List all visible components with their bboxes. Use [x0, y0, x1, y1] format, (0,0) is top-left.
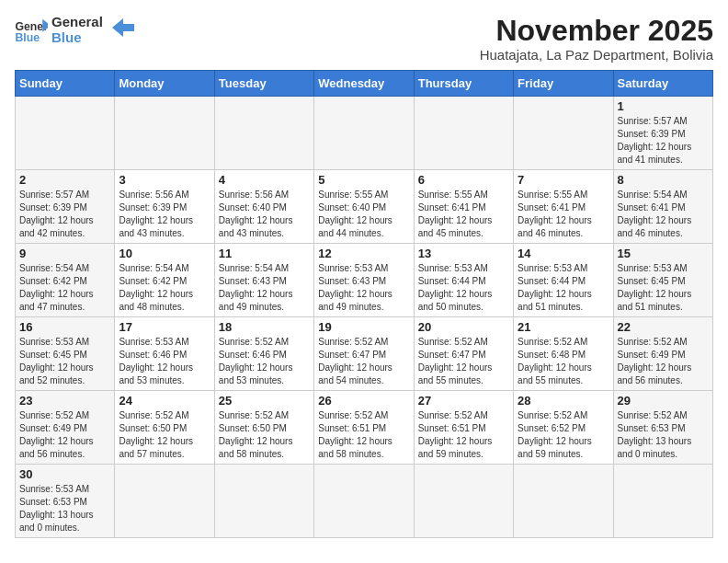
day-number: 6 [418, 173, 509, 187]
day-info: Sunrise: 5:54 AM Sunset: 6:41 PM Dayligh… [618, 189, 709, 240]
calendar-cell: 11Sunrise: 5:54 AM Sunset: 6:43 PM Dayli… [214, 244, 313, 317]
calendar-cell: 19Sunrise: 5:52 AM Sunset: 6:47 PM Dayli… [314, 317, 414, 391]
calendar-week-row: 2Sunrise: 5:57 AM Sunset: 6:39 PM Daylig… [16, 170, 713, 244]
day-number: 29 [618, 394, 709, 408]
calendar-cell: 21Sunrise: 5:52 AM Sunset: 6:48 PM Dayli… [514, 317, 613, 391]
calendar-cell: 23Sunrise: 5:52 AM Sunset: 6:49 PM Dayli… [16, 391, 115, 465]
day-number: 17 [119, 320, 210, 334]
title-area: November 2025 Huatajata, La Paz Departme… [480, 15, 713, 63]
logo: General Blue General Blue [15, 15, 134, 45]
calendar-cell [16, 97, 115, 170]
calendar-cell [115, 465, 214, 538]
calendar-cell [414, 465, 513, 538]
calendar-cell: 7Sunrise: 5:55 AM Sunset: 6:41 PM Daylig… [514, 170, 613, 244]
day-info: Sunrise: 5:53 AM Sunset: 6:44 PM Dayligh… [518, 262, 609, 314]
calendar-table: SundayMondayTuesdayWednesdayThursdayFrid… [15, 70, 713, 538]
calendar-cell: 3Sunrise: 5:56 AM Sunset: 6:39 PM Daylig… [115, 170, 214, 244]
logo-blue-text: Blue [51, 30, 103, 46]
calendar-cell: 26Sunrise: 5:52 AM Sunset: 6:51 PM Dayli… [314, 391, 414, 465]
calendar-cell: 17Sunrise: 5:53 AM Sunset: 6:46 PM Dayli… [115, 317, 214, 391]
day-number: 16 [19, 320, 110, 334]
calendar-cell [115, 97, 214, 170]
day-number: 23 [19, 394, 110, 408]
calendar-cell: 13Sunrise: 5:53 AM Sunset: 6:44 PM Dayli… [414, 244, 513, 317]
header: General Blue General Blue November 2025 … [15, 15, 713, 63]
calendar-cell: 2Sunrise: 5:57 AM Sunset: 6:39 PM Daylig… [16, 170, 115, 244]
day-number: 21 [518, 320, 609, 334]
day-number: 11 [219, 247, 310, 260]
calendar-cell [613, 465, 712, 538]
calendar-week-row: 23Sunrise: 5:52 AM Sunset: 6:49 PM Dayli… [16, 391, 713, 465]
weekday-header-thursday: Thursday [414, 71, 513, 97]
calendar-cell: 15Sunrise: 5:53 AM Sunset: 6:45 PM Dayli… [613, 244, 712, 317]
day-info: Sunrise: 5:52 AM Sunset: 6:51 PM Dayligh… [418, 409, 509, 461]
weekday-header-friday: Friday [514, 71, 613, 97]
day-number: 18 [219, 320, 310, 334]
calendar-header: SundayMondayTuesdayWednesdayThursdayFrid… [16, 71, 713, 97]
day-number: 20 [418, 320, 509, 334]
day-number: 15 [618, 247, 709, 260]
day-info: Sunrise: 5:57 AM Sunset: 6:39 PM Dayligh… [19, 189, 110, 240]
day-number: 28 [518, 394, 609, 408]
logo-general-text: General [51, 15, 103, 30]
calendar-cell: 5Sunrise: 5:55 AM Sunset: 6:40 PM Daylig… [314, 170, 414, 244]
day-info: Sunrise: 5:56 AM Sunset: 6:39 PM Dayligh… [119, 189, 210, 240]
weekday-header-row: SundayMondayTuesdayWednesdayThursdayFrid… [16, 71, 713, 97]
day-number: 7 [518, 173, 609, 187]
calendar-cell: 1Sunrise: 5:57 AM Sunset: 6:39 PM Daylig… [613, 97, 712, 170]
weekday-header-wednesday: Wednesday [314, 71, 414, 97]
day-info: Sunrise: 5:54 AM Sunset: 6:42 PM Dayligh… [119, 262, 210, 314]
day-info: Sunrise: 5:55 AM Sunset: 6:41 PM Dayligh… [518, 189, 609, 240]
calendar-cell: 24Sunrise: 5:52 AM Sunset: 6:50 PM Dayli… [115, 391, 214, 465]
day-number: 30 [19, 467, 110, 481]
day-number: 4 [219, 173, 310, 187]
day-number: 8 [618, 173, 709, 187]
day-info: Sunrise: 5:52 AM Sunset: 6:46 PM Dayligh… [219, 336, 310, 387]
day-number: 1 [618, 99, 709, 113]
day-number: 10 [119, 247, 210, 260]
day-number: 9 [19, 247, 110, 260]
calendar-body: 1Sunrise: 5:57 AM Sunset: 6:39 PM Daylig… [16, 97, 713, 538]
day-info: Sunrise: 5:52 AM Sunset: 6:49 PM Dayligh… [618, 336, 709, 387]
day-info: Sunrise: 5:54 AM Sunset: 6:43 PM Dayligh… [219, 262, 310, 314]
calendar-cell: 22Sunrise: 5:52 AM Sunset: 6:49 PM Dayli… [613, 317, 712, 391]
calendar-cell [314, 97, 414, 170]
calendar-cell: 25Sunrise: 5:52 AM Sunset: 6:50 PM Dayli… [214, 391, 313, 465]
day-info: Sunrise: 5:52 AM Sunset: 6:48 PM Dayligh… [518, 336, 609, 387]
day-number: 14 [518, 247, 609, 260]
calendar-cell: 27Sunrise: 5:52 AM Sunset: 6:51 PM Dayli… [414, 391, 513, 465]
calendar-cell: 4Sunrise: 5:56 AM Sunset: 6:40 PM Daylig… [214, 170, 313, 244]
logo-icon: General Blue [15, 17, 48, 43]
logo-arrow-icon [108, 15, 134, 40]
day-number: 2 [19, 173, 110, 187]
day-info: Sunrise: 5:52 AM Sunset: 6:51 PM Dayligh… [318, 409, 409, 461]
day-info: Sunrise: 5:52 AM Sunset: 6:47 PM Dayligh… [418, 336, 509, 387]
month-year-title: November 2025 [480, 15, 713, 47]
day-info: Sunrise: 5:56 AM Sunset: 6:40 PM Dayligh… [219, 189, 310, 240]
calendar-cell: 29Sunrise: 5:52 AM Sunset: 6:53 PM Dayli… [613, 391, 712, 465]
calendar-cell: 10Sunrise: 5:54 AM Sunset: 6:42 PM Dayli… [115, 244, 214, 317]
day-number: 22 [618, 320, 709, 334]
calendar-cell: 9Sunrise: 5:54 AM Sunset: 6:42 PM Daylig… [16, 244, 115, 317]
calendar-cell: 6Sunrise: 5:55 AM Sunset: 6:41 PM Daylig… [414, 170, 513, 244]
svg-marker-3 [112, 18, 134, 37]
calendar-cell: 8Sunrise: 5:54 AM Sunset: 6:41 PM Daylig… [613, 170, 712, 244]
day-info: Sunrise: 5:53 AM Sunset: 6:43 PM Dayligh… [318, 262, 409, 314]
day-info: Sunrise: 5:52 AM Sunset: 6:47 PM Dayligh… [318, 336, 409, 387]
weekday-header-sunday: Sunday [16, 71, 115, 97]
day-info: Sunrise: 5:57 AM Sunset: 6:39 PM Dayligh… [618, 115, 709, 167]
day-info: Sunrise: 5:52 AM Sunset: 6:52 PM Dayligh… [518, 409, 609, 461]
day-number: 13 [418, 247, 509, 260]
day-info: Sunrise: 5:53 AM Sunset: 6:45 PM Dayligh… [19, 336, 110, 387]
calendar-cell: 28Sunrise: 5:52 AM Sunset: 6:52 PM Dayli… [514, 391, 613, 465]
day-info: Sunrise: 5:53 AM Sunset: 6:46 PM Dayligh… [119, 336, 210, 387]
day-number: 24 [119, 394, 210, 408]
calendar-week-row: 30Sunrise: 5:53 AM Sunset: 6:53 PM Dayli… [16, 465, 713, 538]
day-info: Sunrise: 5:52 AM Sunset: 6:50 PM Dayligh… [219, 409, 310, 461]
calendar-cell: 12Sunrise: 5:53 AM Sunset: 6:43 PM Dayli… [314, 244, 414, 317]
day-info: Sunrise: 5:53 AM Sunset: 6:53 PM Dayligh… [19, 483, 110, 534]
calendar-cell: 14Sunrise: 5:53 AM Sunset: 6:44 PM Dayli… [514, 244, 613, 317]
day-number: 25 [219, 394, 310, 408]
calendar-week-row: 16Sunrise: 5:53 AM Sunset: 6:45 PM Dayli… [16, 317, 713, 391]
day-number: 5 [318, 173, 409, 187]
